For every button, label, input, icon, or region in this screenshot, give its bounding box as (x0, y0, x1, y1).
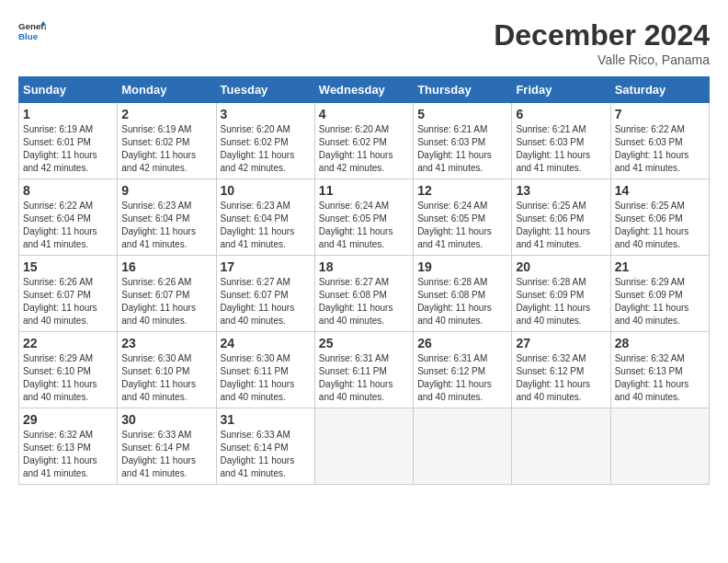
page-header: General Blue December 2024 Valle Rico, P… (18, 18, 710, 67)
day-info: Sunrise: 6:29 AMSunset: 6:09 PMDaylight:… (615, 276, 705, 327)
table-row: 31Sunrise: 6:33 AMSunset: 6:14 PMDayligh… (216, 408, 314, 485)
day-info: Sunrise: 6:22 AMSunset: 6:04 PMDaylight:… (23, 200, 113, 251)
calendar-row: 22Sunrise: 6:29 AMSunset: 6:10 PMDayligh… (19, 332, 710, 408)
day-number: 11 (319, 183, 409, 198)
day-number: 9 (121, 183, 211, 198)
calendar-row: 1Sunrise: 6:19 AMSunset: 6:01 PMDaylight… (19, 103, 710, 179)
day-number: 4 (319, 107, 409, 121)
day-info: Sunrise: 6:31 AMSunset: 6:11 PMDaylight:… (319, 352, 409, 404)
col-tuesday: Tuesday (216, 77, 314, 103)
day-number: 17 (221, 259, 311, 274)
header-row: Sunday Monday Tuesday Wednesday Thursday… (19, 77, 710, 103)
day-info: Sunrise: 6:19 AMSunset: 6:01 PMDaylight:… (23, 123, 113, 175)
day-info: Sunrise: 6:26 AMSunset: 6:07 PMDaylight:… (121, 276, 211, 327)
day-number: 29 (23, 412, 113, 427)
day-number: 31 (221, 412, 311, 427)
day-info: Sunrise: 6:23 AMSunset: 6:04 PMDaylight:… (221, 200, 311, 251)
col-wednesday: Wednesday (314, 77, 413, 103)
day-number: 28 (615, 336, 705, 350)
col-saturday: Saturday (610, 77, 709, 103)
table-row (512, 408, 610, 485)
table-row: 26Sunrise: 6:31 AMSunset: 6:12 PMDayligh… (414, 332, 512, 408)
day-number: 22 (23, 336, 113, 350)
day-info: Sunrise: 6:20 AMSunset: 6:02 PMDaylight:… (221, 123, 311, 175)
calendar-row: 15Sunrise: 6:26 AMSunset: 6:07 PMDayligh… (19, 256, 710, 332)
col-sunday: Sunday (19, 77, 118, 103)
calendar-row: 29Sunrise: 6:32 AMSunset: 6:13 PMDayligh… (19, 408, 710, 485)
day-info: Sunrise: 6:30 AMSunset: 6:10 PMDaylight:… (121, 352, 211, 404)
day-number: 6 (516, 107, 606, 121)
table-row: 6Sunrise: 6:21 AMSunset: 6:03 PMDaylight… (512, 103, 610, 179)
table-row: 13Sunrise: 6:25 AMSunset: 6:06 PMDayligh… (512, 179, 610, 256)
day-number: 10 (221, 183, 311, 198)
table-row: 10Sunrise: 6:23 AMSunset: 6:04 PMDayligh… (216, 179, 314, 256)
day-number: 25 (319, 336, 409, 350)
title-area: December 2024 Valle Rico, Panama (494, 18, 710, 67)
day-info: Sunrise: 6:25 AMSunset: 6:06 PMDaylight:… (615, 200, 705, 251)
table-row: 7Sunrise: 6:22 AMSunset: 6:03 PMDaylight… (610, 103, 709, 179)
day-info: Sunrise: 6:23 AMSunset: 6:04 PMDaylight:… (121, 200, 211, 251)
table-row: 20Sunrise: 6:28 AMSunset: 6:09 PMDayligh… (512, 256, 610, 332)
day-info: Sunrise: 6:28 AMSunset: 6:08 PMDaylight:… (417, 276, 507, 327)
col-friday: Friday (512, 77, 610, 103)
day-number: 20 (516, 259, 606, 274)
col-thursday: Thursday (414, 77, 512, 103)
col-monday: Monday (118, 77, 216, 103)
day-info: Sunrise: 6:32 AMSunset: 6:13 PMDaylight:… (615, 352, 705, 404)
location: Valle Rico, Panama (494, 52, 710, 67)
day-number: 23 (121, 336, 211, 350)
table-row (610, 408, 709, 485)
table-row: 30Sunrise: 6:33 AMSunset: 6:14 PMDayligh… (118, 408, 216, 485)
table-row: 17Sunrise: 6:27 AMSunset: 6:07 PMDayligh… (216, 256, 314, 332)
table-row: 1Sunrise: 6:19 AMSunset: 6:01 PMDaylight… (19, 103, 118, 179)
day-number: 13 (516, 183, 606, 198)
day-number: 18 (319, 259, 409, 274)
svg-text:Blue: Blue (18, 31, 39, 41)
day-info: Sunrise: 6:24 AMSunset: 6:05 PMDaylight:… (319, 200, 409, 251)
day-info: Sunrise: 6:21 AMSunset: 6:03 PMDaylight:… (417, 123, 507, 175)
day-info: Sunrise: 6:20 AMSunset: 6:02 PMDaylight:… (319, 123, 409, 175)
day-number: 16 (121, 259, 211, 274)
day-info: Sunrise: 6:28 AMSunset: 6:09 PMDaylight:… (516, 276, 606, 327)
table-row: 24Sunrise: 6:30 AMSunset: 6:11 PMDayligh… (216, 332, 314, 408)
day-info: Sunrise: 6:30 AMSunset: 6:11 PMDaylight:… (221, 352, 311, 404)
table-row: 23Sunrise: 6:30 AMSunset: 6:10 PMDayligh… (118, 332, 216, 408)
table-row: 27Sunrise: 6:32 AMSunset: 6:12 PMDayligh… (512, 332, 610, 408)
day-number: 14 (615, 183, 705, 198)
table-row: 18Sunrise: 6:27 AMSunset: 6:08 PMDayligh… (314, 256, 413, 332)
day-info: Sunrise: 6:32 AMSunset: 6:13 PMDaylight:… (23, 429, 113, 480)
logo-icon: General Blue (18, 18, 46, 46)
day-info: Sunrise: 6:33 AMSunset: 6:14 PMDaylight:… (121, 429, 211, 480)
day-number: 24 (221, 336, 311, 350)
day-info: Sunrise: 6:33 AMSunset: 6:14 PMDaylight:… (221, 429, 311, 480)
table-row (314, 408, 413, 485)
day-info: Sunrise: 6:31 AMSunset: 6:12 PMDaylight:… (417, 352, 507, 404)
table-row: 5Sunrise: 6:21 AMSunset: 6:03 PMDaylight… (414, 103, 512, 179)
day-number: 21 (615, 259, 705, 274)
day-number: 30 (121, 412, 211, 427)
day-info: Sunrise: 6:19 AMSunset: 6:02 PMDaylight:… (121, 123, 211, 175)
day-info: Sunrise: 6:26 AMSunset: 6:07 PMDaylight:… (23, 276, 113, 327)
calendar-table: Sunday Monday Tuesday Wednesday Thursday… (18, 76, 710, 485)
table-row: 14Sunrise: 6:25 AMSunset: 6:06 PMDayligh… (610, 179, 709, 256)
table-row: 22Sunrise: 6:29 AMSunset: 6:10 PMDayligh… (19, 332, 118, 408)
logo: General Blue (18, 18, 46, 46)
calendar-row: 8Sunrise: 6:22 AMSunset: 6:04 PMDaylight… (19, 179, 710, 256)
table-row: 29Sunrise: 6:32 AMSunset: 6:13 PMDayligh… (19, 408, 118, 485)
table-row: 8Sunrise: 6:22 AMSunset: 6:04 PMDaylight… (19, 179, 118, 256)
day-number: 19 (417, 259, 507, 274)
day-number: 26 (417, 336, 507, 350)
day-info: Sunrise: 6:24 AMSunset: 6:05 PMDaylight:… (417, 200, 507, 251)
table-row: 12Sunrise: 6:24 AMSunset: 6:05 PMDayligh… (414, 179, 512, 256)
day-info: Sunrise: 6:29 AMSunset: 6:10 PMDaylight:… (23, 352, 113, 404)
day-info: Sunrise: 6:32 AMSunset: 6:12 PMDaylight:… (516, 352, 606, 404)
table-row: 28Sunrise: 6:32 AMSunset: 6:13 PMDayligh… (610, 332, 709, 408)
day-info: Sunrise: 6:21 AMSunset: 6:03 PMDaylight:… (516, 123, 606, 175)
day-number: 2 (121, 107, 211, 121)
table-row: 16Sunrise: 6:26 AMSunset: 6:07 PMDayligh… (118, 256, 216, 332)
svg-text:General: General (18, 21, 46, 31)
table-row: 19Sunrise: 6:28 AMSunset: 6:08 PMDayligh… (414, 256, 512, 332)
table-row: 9Sunrise: 6:23 AMSunset: 6:04 PMDaylight… (118, 179, 216, 256)
table-row: 15Sunrise: 6:26 AMSunset: 6:07 PMDayligh… (19, 256, 118, 332)
day-number: 27 (516, 336, 606, 350)
